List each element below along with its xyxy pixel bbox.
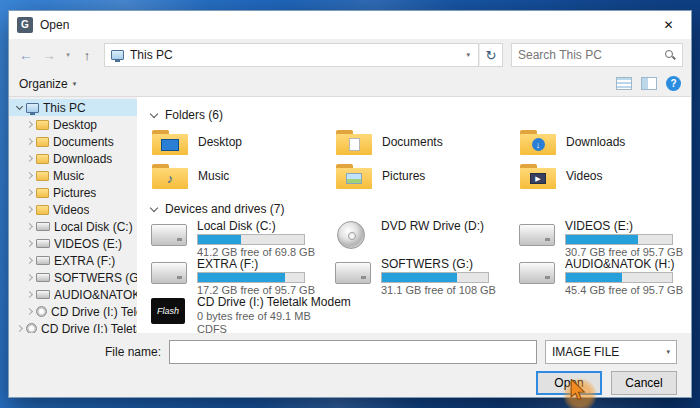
sidebar-item-documents[interactable]: Documents	[9, 133, 137, 150]
expander-icon[interactable]	[26, 121, 33, 128]
view-tiles-icon[interactable]	[641, 77, 657, 90]
breadcrumb[interactable]: This PC	[130, 48, 173, 62]
sidebar-label: AUDIO&NATOK...	[54, 288, 137, 302]
drive-tile-h[interactable]: AUDIO&NATOK (H:) 45.4 GB free of 95.7 GB	[519, 257, 691, 295]
folder-label: Documents	[382, 135, 443, 149]
collapse-chevron-icon[interactable]	[150, 203, 158, 211]
drive-free-text: 0 bytes free of 49.1 MB	[197, 310, 335, 322]
expander-icon[interactable]	[26, 155, 33, 162]
sidebar-label: CD Drive (I:) Teletal...	[41, 322, 137, 334]
expander-icon[interactable]	[26, 172, 33, 179]
sidebar-item-pictures[interactable]: Pictures	[9, 184, 137, 201]
open-dialog: G Open ✕ ← → ▾ ↑ This PC ▾ ↻	[8, 10, 692, 398]
hdd-icon	[335, 258, 373, 288]
navigation-bar: ← → ▾ ↑ This PC ▾ ↻	[9, 39, 691, 71]
sidebar-item-softwers-g[interactable]: SOFTWERS (G:)	[9, 269, 137, 286]
folder-tile-desktop[interactable]: Desktop	[151, 125, 335, 159]
folder-tile-documents[interactable]: Documents	[335, 125, 519, 159]
drive-tile-c[interactable]: Local Disk (C:) 41.2 GB free of 69.8 GB	[151, 219, 335, 257]
expander-icon[interactable]	[16, 325, 23, 332]
drive-icon	[36, 290, 50, 299]
file-type-select[interactable]: IMAGE FILE ▾	[545, 340, 677, 364]
music-folder-icon: ♪	[151, 161, 189, 191]
hdd-icon	[151, 220, 189, 250]
dialog-footer: File name: IMAGE FILE ▾ Open Cancel	[9, 333, 691, 397]
sidebar-item-videos-e[interactable]: VIDEOS (E:)	[9, 235, 137, 252]
sidebar-item-cd-drive-root[interactable]: CD Drive (I:) Teletal...	[9, 320, 137, 333]
back-button[interactable]: ←	[17, 48, 35, 62]
group-header-folders[interactable]: Folders (6)	[151, 105, 691, 125]
drive-tile-i[interactable]: Flash CD Drive (I:) Teletalk Modem 0 byt…	[151, 295, 335, 333]
recent-locations-chevron-icon[interactable]: ▾	[63, 51, 73, 59]
search-input[interactable]	[518, 48, 664, 62]
drive-tile-g[interactable]: SOFTWERS (G:) 31.1 GB free of 108 GB	[335, 257, 519, 295]
search-box[interactable]	[511, 43, 683, 67]
expander-icon[interactable]	[26, 291, 33, 298]
expander-icon[interactable]	[26, 223, 33, 230]
chevron-down-icon: ▾	[666, 348, 670, 356]
documents-folder-icon	[335, 127, 373, 157]
cancel-button[interactable]: Cancel	[611, 371, 677, 395]
close-button[interactable]: ✕	[646, 11, 691, 39]
drive-icon	[36, 273, 50, 282]
folder-icon	[36, 188, 49, 198]
app-icon: G	[17, 17, 33, 33]
view-details-icon[interactable]	[616, 77, 632, 90]
sidebar-item-audio-natok-h[interactable]: AUDIO&NATOK...	[9, 286, 137, 303]
drive-name: EXTRA (F:)	[197, 258, 315, 271]
expander-icon[interactable]	[26, 308, 33, 315]
expander-icon[interactable]	[26, 138, 33, 145]
folder-tile-pictures[interactable]: Pictures	[335, 159, 519, 193]
computer-icon	[26, 103, 39, 113]
videos-folder-icon: ▶	[519, 161, 557, 191]
drives-grid: Local Disk (C:) 41.2 GB free of 69.8 GB …	[151, 219, 691, 333]
expander-icon[interactable]	[26, 240, 33, 247]
group-label: Devices and drives (7)	[165, 202, 284, 216]
expander-icon[interactable]	[26, 257, 33, 264]
sidebar-item-extra-f[interactable]: EXTRA (F:)	[9, 252, 137, 269]
pictures-folder-icon	[335, 161, 373, 191]
folder-tile-music[interactable]: ♪ Music	[151, 159, 335, 193]
sidebar-item-music[interactable]: Music	[9, 167, 137, 184]
collapse-chevron-icon[interactable]	[150, 109, 158, 117]
file-name-input[interactable]	[169, 340, 537, 364]
window-title: Open	[40, 18, 69, 32]
expander-icon[interactable]	[16, 103, 23, 110]
folder-icon	[36, 171, 49, 181]
expander-icon[interactable]	[26, 274, 33, 281]
sidebar-item-desktop[interactable]: Desktop	[9, 116, 137, 133]
folder-tile-downloads[interactable]: ↓ Downloads	[519, 125, 691, 159]
drive-free-text: 31.1 GB free of 108 GB	[381, 284, 496, 296]
group-header-devices[interactable]: Devices and drives (7)	[151, 199, 691, 219]
up-button[interactable]: ↑	[78, 49, 96, 62]
desktop-folder-icon	[151, 127, 189, 157]
expander-icon[interactable]	[26, 206, 33, 213]
organize-button[interactable]: Organize ▾	[19, 77, 76, 91]
open-button[interactable]: Open	[536, 371, 602, 395]
forward-button[interactable]: →	[40, 48, 58, 62]
hdd-icon	[519, 258, 557, 288]
file-list: Folders (6) Desktop Documents	[137, 97, 691, 333]
drive-tile-e[interactable]: VIDEOS (E:) 30.7 GB free of 95.7 GB	[519, 219, 691, 257]
sidebar-label: Videos	[53, 203, 89, 217]
expander-icon[interactable]	[26, 189, 33, 196]
folder-label: Pictures	[382, 169, 425, 183]
capacity-bar	[197, 272, 305, 283]
folder-tile-videos[interactable]: ▶ Videos	[519, 159, 691, 193]
sidebar-item-cd-drive-i[interactable]: CD Drive (I:) Tele...	[9, 303, 137, 320]
drive-tile-f[interactable]: EXTRA (F:) 17.2 GB free of 95.7 GB	[151, 257, 335, 295]
sidebar-item-videos[interactable]: Videos	[9, 201, 137, 218]
help-icon[interactable]: ?	[666, 76, 681, 91]
capacity-bar	[565, 234, 673, 245]
address-dropdown-icon[interactable]: ▾	[464, 51, 472, 59]
cd-icon	[26, 323, 37, 333]
sidebar-item-downloads[interactable]: Downloads	[9, 150, 137, 167]
drive-free-text: 45.4 GB free of 95.7 GB	[565, 284, 683, 296]
address-bar[interactable]: This PC ▾	[104, 43, 479, 67]
sidebar-item-local-disk-c[interactable]: Local Disk (C:)	[9, 218, 137, 235]
hdd-icon	[519, 220, 557, 250]
refresh-button[interactable]: ↻	[479, 43, 503, 67]
drive-name: VIDEOS (E:)	[565, 220, 683, 233]
drive-tile-d[interactable]: DVD RW Drive (D:)	[335, 219, 519, 257]
sidebar-item-this-pc[interactable]: This PC	[9, 99, 137, 116]
